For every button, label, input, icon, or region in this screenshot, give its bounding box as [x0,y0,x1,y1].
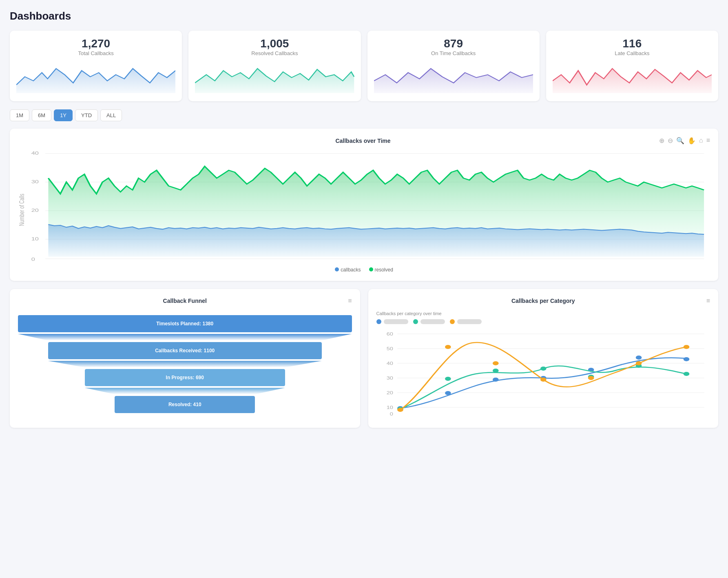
funnel-bar-label-2: In Progress: 690 [85,369,285,386]
category-subtitle: Callbacks per category over time [376,311,710,316]
stat-number-late: 116 [553,37,712,50]
category-legend-item-1 [413,319,445,324]
category-legend-item-2 [450,319,482,324]
stat-card-resolved: 1,005 Resolved Callbacks [188,31,361,101]
bottom-row: Callback Funnel ≡ Timeslots Planned: 138… [10,289,718,428]
svg-text:20: 20 [31,208,39,213]
svg-text:50: 50 [386,347,393,351]
svg-point-33 [493,369,499,373]
search-icon[interactable]: 🔍 [676,137,684,144]
mini-chart-total [16,60,175,93]
category-chart: 60 50 40 30 20 10 0 [376,330,710,420]
funnel-connector-0 [18,334,352,340]
stat-label-ontime: On Time Callbacks [374,50,533,56]
time-filter-ytd[interactable]: YTD [75,109,98,121]
mini-chart-late [553,60,712,93]
svg-point-38 [397,408,403,412]
funnel-bar-1: Callbacks Received: 1100 [18,342,352,359]
svg-text:40: 40 [31,151,39,156]
funnel-connector-2 [85,388,285,394]
chart-toolbar: ⊕ ⊖ 🔍 ✋ ⌂ ≡ [659,137,710,144]
svg-point-42 [588,376,594,380]
funnel-menu-icon[interactable]: ≡ [348,297,352,304]
svg-point-41 [540,378,546,382]
home-icon[interactable]: ⌂ [699,137,703,144]
stat-card-ontime: 879 On Time Callbacks [367,31,540,101]
svg-text:0: 0 [31,257,35,262]
category-card: Callbacks per Category ≡ Callbacks per c… [368,289,719,428]
funnel-connector-1 [48,361,322,367]
time-filter-all[interactable]: ALL [100,109,122,121]
svg-point-30 [683,357,689,361]
svg-text:60: 60 [386,332,393,336]
svg-point-26 [493,378,499,382]
stat-card-late: 116 Late Callbacks [546,31,718,101]
funnel-title: Callback Funnel [163,298,207,304]
legend-resolved-label: resolved [375,267,393,273]
stat-number-total: 1,270 [16,37,175,50]
category-menu-icon[interactable]: ≡ [706,297,710,304]
stat-number-ontime: 879 [374,37,533,50]
svg-point-39 [445,345,451,349]
stat-cards-row: 1,270 Total Callbacks 1,005 Resolved Cal… [10,31,718,101]
stat-number-resolved: 1,005 [195,37,354,50]
funnel-card: Callback Funnel ≡ Timeslots Planned: 138… [10,289,360,428]
funnel-bar-2: In Progress: 690 [18,369,352,386]
svg-point-29 [635,356,642,360]
mini-chart-resolved [195,60,354,93]
stat-label-resolved: Resolved Callbacks [195,50,354,56]
category-title: Callbacks per Category [511,298,575,304]
legend-callbacks-label: callbacks [341,267,361,273]
mini-chart-ontime [374,60,533,93]
svg-point-34 [540,367,546,371]
main-chart-title: Callbacks over Time [67,138,659,144]
svg-text:30: 30 [386,376,393,380]
svg-point-32 [445,377,451,381]
pan-icon[interactable]: ✋ [688,137,696,144]
funnel-bar-label-0: Timeslots Planned: 1380 [18,315,352,332]
stat-label-late: Late Callbacks [553,50,712,56]
category-legend [376,319,710,324]
zoom-in-icon[interactable]: ⊕ [659,137,664,144]
svg-point-43 [635,361,642,365]
time-filter-1m[interactable]: 1M [10,109,29,121]
main-chart-card: Callbacks over Time ⊕ ⊖ 🔍 ✋ ⌂ ≡ 40 [10,129,718,281]
svg-text:40: 40 [386,361,393,366]
funnel-connector-wrap-0 [18,334,352,340]
funnel-bar-label-3: Resolved: 410 [115,396,255,413]
zoom-out-icon[interactable]: ⊖ [668,137,673,144]
funnel-bar-3: Resolved: 410 [18,396,352,413]
time-filter-row: 1M6M1YYTDALL [10,109,718,121]
stat-label-total: Total Callbacks [16,50,175,56]
svg-point-44 [683,345,689,349]
category-header: Callbacks per Category ≡ [376,297,710,305]
svg-text:10: 10 [31,236,39,242]
callbacks-over-time-chart: 40 30 20 10 0 Number of Calls [18,149,710,263]
svg-point-25 [445,391,451,395]
funnel-header: Callback Funnel ≡ [18,297,352,305]
funnel-chart: Timeslots Planned: 1380Callbacks Receive… [18,311,352,417]
page-title: Dashboards [10,10,718,22]
funnel-bar-label-1: Callbacks Received: 1100 [48,342,322,359]
svg-point-37 [683,372,689,376]
chart-legend: callbacks resolved [18,267,710,273]
svg-text:30: 30 [31,179,39,185]
funnel-connector-wrap-2 [18,388,352,394]
chart-header: Callbacks over Time ⊕ ⊖ 🔍 ✋ ⌂ ≡ [18,137,710,144]
funnel-bar-0: Timeslots Planned: 1380 [18,315,352,332]
stat-card-total: 1,270 Total Callbacks [10,31,182,101]
time-filter-6m[interactable]: 6M [32,109,51,121]
menu-icon[interactable]: ≡ [706,137,710,144]
category-legend-item-0 [376,319,408,324]
svg-text:Number of Calls: Number of Calls [18,194,25,226]
funnel-connector-wrap-1 [18,361,352,367]
svg-point-40 [493,361,499,365]
svg-text:10: 10 [386,405,393,410]
time-filter-1y[interactable]: 1Y [54,109,73,121]
svg-text:0: 0 [389,412,393,416]
svg-text:20: 20 [386,391,393,395]
